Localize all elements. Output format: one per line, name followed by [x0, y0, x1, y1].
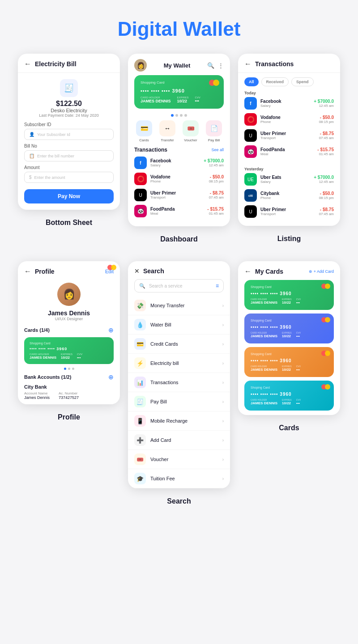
pr-acnum-col: Ac. Number 737427527	[59, 391, 79, 400]
bs-bill-icon-sm: 📋	[29, 153, 34, 158]
mc2-expires: EXPIRES10/22	[282, 331, 292, 338]
search-icon[interactable]: 🔍	[207, 62, 214, 69]
tx-item-uber[interactable]: U Uber Primer Transport - $8.75 07:45 am	[134, 189, 224, 201]
bs-pay-button[interactable]: Pay Now	[24, 189, 114, 203]
bs-back-arrow[interactable]: ←	[24, 60, 31, 68]
ls-logo-vodafone: ⭕	[244, 113, 257, 126]
ls-eats[interactable]: UE Uber EatsSalary + $7000.012:45 am	[244, 173, 334, 186]
bs-header: ← Electricity Bill	[18, 54, 120, 73]
bs-bill-input[interactable]: 📋 Enter the bill number	[24, 150, 114, 161]
mc-card4-info: CARD HOLDERJAMES DENNIS EXPIRES10/22 CVV…	[251, 398, 328, 405]
mc1-expires: EXPIRES10/22	[282, 298, 292, 305]
ls-today-label: Today	[238, 90, 340, 97]
pr-title: Profile	[35, 268, 55, 275]
qa-voucher[interactable]: 🎟️ Voucher	[183, 120, 199, 142]
pr-add-bank-icon[interactable]: ⊕	[108, 373, 114, 381]
ls-uber[interactable]: U Uber PrimerTransport - $8.7507:45 am	[244, 129, 334, 142]
pr-expires-label: EXPIRES	[61, 353, 72, 356]
mc-card2-info: CARD HOLDERJAMES DENNIS EXPIRES10/22 CVV…	[251, 331, 328, 338]
pr-name: James Dennis	[48, 309, 90, 317]
my-cards-wrap: ← My Cards ⊕ + Add Card Shopping Card ••…	[238, 261, 340, 505]
mc-add-card-button[interactable]: ⊕ + Add Card	[309, 269, 334, 274]
mc-title: My Cards	[255, 268, 283, 275]
listing-label: Listing	[277, 235, 301, 243]
sr-item-money-transfer[interactable]: 💸 Money Transfer ›	[128, 296, 230, 315]
pr-back-arrow[interactable]: ←	[24, 267, 31, 275]
ls-vodafone[interactable]: ⭕ VodafonePhone - $50.008:15 pm	[244, 113, 334, 126]
pr-card: Shopping Card •••• •••• •••• 3960 CARD H…	[24, 337, 114, 364]
qa-transfer[interactable]: ↔️ Transfer	[159, 120, 175, 142]
sr-search-bar[interactable]: 🔍 Search a service ≡	[134, 279, 224, 292]
tab-received[interactable]: Received	[261, 77, 289, 86]
sr-chevron-water: ›	[222, 322, 224, 327]
tx-see-all[interactable]: See all	[211, 148, 224, 152]
tx-item-panda[interactable]: 🐼 FoodPanda Meal - $15.75 01:45 am	[134, 205, 224, 217]
ls-panda[interactable]: 🐼 FoodPandaMeal - $15.7501:45 am	[244, 145, 334, 158]
pr-acname-label: Account Name	[24, 391, 50, 395]
more-icon[interactable]: ⋮	[218, 62, 224, 69]
sr-item-credit-cards[interactable]: 💳 Credit Cards ›	[128, 335, 230, 354]
mc-card3-number: •••• •••• •••• 3960	[251, 358, 328, 363]
search-label: Search	[167, 497, 191, 505]
sr-close-button[interactable]: ✕	[134, 267, 140, 275]
pr-bank-row: Account Name James Dennis Ac. Number 737…	[24, 391, 114, 400]
tx-logo-panda: 🐼	[134, 205, 147, 217]
pr-add-card-icon[interactable]: ⊕	[108, 326, 114, 334]
mc-back-arrow[interactable]: ←	[244, 267, 251, 275]
bs-amount-input[interactable]: $ Enter the amount	[24, 172, 114, 183]
mc-card-4[interactable]: Shoping Card •••• •••• •••• 3960 CARD HO…	[244, 381, 334, 411]
dh-transactions: Transactions See all f Facebook Salary +…	[128, 147, 230, 226]
tx-item-facebook[interactable]: f Facebook Salary + $7000.0 12:45 am	[134, 157, 224, 169]
dh-card-dots	[128, 114, 230, 117]
bs-dollar-icon: $	[29, 175, 32, 180]
profile-label: Profile	[58, 413, 80, 421]
sr-item-tuition[interactable]: 🎓 Tuition Fee ›	[128, 469, 230, 488]
bs-subscriber-input[interactable]: 👤 Your Subscriber Id	[24, 129, 114, 140]
ls-uber2[interactable]: U Uber PrimerTransport - $8.7507:45 am	[244, 205, 334, 218]
sr-item-electricity[interactable]: ⚡ Electricity bill ›	[128, 354, 230, 373]
sr-item-mobile-recharge[interactable]: 📱 Mobile Recharge ›	[128, 411, 230, 431]
dh-card-number: •••• •••• •••• 3960	[141, 88, 217, 93]
dh-cvv-label: CVV	[195, 96, 200, 99]
sr-chevron-money: ›	[222, 303, 224, 308]
qa-transfer-icon: ↔️	[159, 120, 175, 136]
qa-paybill[interactable]: 📄 Pay Bill	[206, 120, 222, 142]
pr-dot-1	[64, 368, 66, 370]
bs-bill-placeholder: Enter the bill number	[37, 154, 74, 158]
quick-actions: 💳 Cards ↔️ Transfer 🎟️ Voucher 📄 Pay Bil…	[128, 120, 230, 147]
title-blue: Wallet	[183, 18, 240, 40]
sr-item-transactions[interactable]: 📊 Transactions ›	[128, 373, 230, 392]
dh-card-info: CARD HOLDER JAMES DENNIS EXPIRES 10/22 C…	[141, 96, 217, 103]
dot-3	[180, 114, 183, 117]
sr-item-voucher[interactable]: 🎟️ Voucher ›	[128, 450, 230, 469]
sr-item-add-card[interactable]: ➕ Add Card ›	[128, 431, 230, 450]
sr-item-pay-bill[interactable]: 🧾 Pay Bill ›	[128, 392, 230, 411]
tx-right-fb: + $7000.0 12:45 am	[204, 158, 224, 167]
sr-filter-icon[interactable]: ≡	[216, 283, 219, 289]
pr-bank-info: City Bank Account Name James Dennis Ac. …	[24, 384, 114, 400]
ls-citi[interactable]: citi CitybankPhone - $50.008:15 pm	[244, 189, 334, 202]
ls-logo-fb: f	[244, 97, 257, 110]
dashboard-wrap: 👩 My Wallet 🔍 ⋮ Shopping Card •••• •••• …	[128, 54, 230, 243]
sr-item-water-bill[interactable]: 💧 Water Bill ›	[128, 315, 230, 335]
tab-all[interactable]: All	[244, 77, 259, 86]
sr-icon-voucher: 🎟️	[134, 453, 146, 465]
mc-yellow-circle	[213, 80, 219, 86]
tx-item-vodafone[interactable]: ⭕ Vodafone Phone - $50.0 08:15 pm	[134, 173, 224, 185]
mc3-cvv: CVV•••	[296, 365, 301, 372]
qa-cards[interactable]: 💳 Cards	[136, 120, 152, 142]
ls-fb[interactable]: f FacebookSalary + $7000.012:45 am	[244, 97, 334, 110]
tab-spend[interactable]: Spend	[291, 77, 314, 86]
mc-card-2[interactable]: Shopping Card •••• •••• •••• 3960 CARD H…	[244, 314, 334, 343]
ls-back-arrow[interactable]: ←	[244, 60, 251, 68]
mc-card2-number: •••• •••• •••• 3960	[251, 325, 328, 330]
ls-logo-citi: citi	[244, 189, 257, 202]
bs-amount-label: Amount	[24, 165, 114, 170]
tx-info-panda: FoodPanda Meal	[150, 207, 204, 216]
cards-label: Cards	[279, 424, 299, 432]
mc-card-1[interactable]: Shopping Card •••• •••• •••• 3960 CARD H…	[244, 280, 334, 310]
pr-mastercard	[107, 265, 116, 270]
mc-card-3[interactable]: Shopping Card •••• •••• •••• 3960 CARD H…	[244, 347, 334, 377]
tx-logo-fb: f	[134, 157, 147, 169]
sr-icon-money: 💸	[134, 300, 146, 311]
